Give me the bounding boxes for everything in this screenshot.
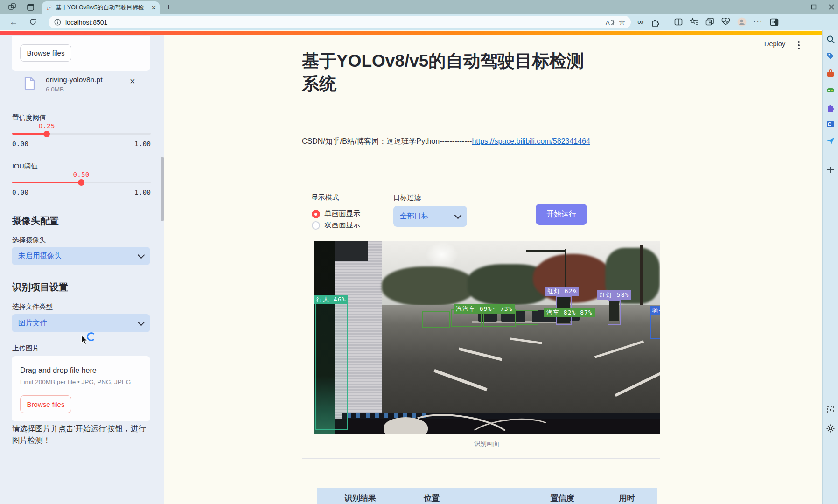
sidebar-note: 请选择图片并点击'开始运行'按钮，进行图片检测！ [12, 423, 152, 446]
detection-box-car [515, 310, 538, 325]
image-uploader-dropzone[interactable]: Drag and drop file here Limit 200MB per … [12, 356, 150, 421]
radio-dual-display[interactable]: 双画面显示 [312, 220, 361, 230]
tab-title: 基于YOLOv8/v5的自动驾驶目标检 [56, 4, 148, 12]
uploaded-file-size: 6.0MB [46, 86, 64, 93]
model-uploader-dropzone[interactable]: Browse files [12, 36, 150, 71]
detection-label: 骑手 [650, 306, 660, 315]
sidebar-toggle-icon[interactable] [770, 18, 779, 26]
maximize-button[interactable] [811, 4, 817, 10]
profile-avatar[interactable] [737, 17, 747, 27]
results-table-header: 识别结果 位置 置信度 用时 [317, 488, 657, 504]
sidebar-settings-icon[interactable] [826, 424, 835, 433]
refresh-icon[interactable] [29, 18, 37, 26]
site-info-icon[interactable] [54, 19, 61, 26]
detection-box-person [315, 303, 348, 430]
scene-tree-trunk [640, 245, 643, 305]
image-browse-files-button[interactable]: Browse files [20, 395, 71, 413]
confidence-slider-value: 0.25 [35, 122, 59, 130]
sidebar-outlook-icon[interactable] [826, 119, 835, 129]
sidebar-games-icon[interactable] [826, 85, 835, 95]
scene-smoke-plume [426, 242, 458, 267]
detection-label: 红灯 62% [545, 287, 579, 296]
back-icon[interactable]: ← [9, 17, 18, 27]
chevron-down-icon [138, 319, 145, 326]
detection-box-car [422, 311, 450, 328]
extensions-icon[interactable] [651, 18, 660, 27]
camera-select[interactable]: 未启用摄像头 [12, 247, 150, 265]
favorites-bar-icon[interactable] [690, 18, 698, 26]
browser-essentials-icon[interactable] [721, 18, 730, 26]
browser-titlebar: 基于YOLOv8/v5的自动驾驶目标检 × + [0, 0, 838, 14]
column-header-result: 识别结果 [344, 488, 376, 504]
divider [302, 458, 660, 459]
tab-close-icon[interactable]: × [152, 4, 156, 12]
confidence-slider-handle[interactable] [43, 131, 50, 137]
file-type-select[interactable]: 图片文件 [12, 314, 150, 332]
split-screen-icon[interactable] [674, 18, 683, 26]
iou-max: 1.00 [134, 189, 151, 196]
tab-favicon-rocket-icon [46, 5, 52, 11]
sidebar-scrollbar[interactable] [161, 157, 164, 221]
image-caption: 识别画面 [314, 440, 660, 448]
sidebar-add-icon[interactable] [826, 165, 835, 175]
toolbar-right-icons: ∞ ··· [637, 14, 779, 30]
iou-min: 0.00 [12, 189, 28, 196]
radio-single-display[interactable]: 单画面显示 [312, 209, 361, 219]
tab-actions-icon[interactable] [27, 3, 35, 11]
page-title-line1: 基于YOLOv8/v5的自动驾驶目标检测 [302, 49, 663, 72]
more-options-icon[interactable]: ··· [754, 17, 763, 27]
browser-tab[interactable]: 基于YOLOv8/v5的自动驾驶目标检 × [42, 1, 160, 14]
social-line: CSDN/知乎/B站/博客园：逗逗班学Python-------------ht… [302, 137, 590, 147]
page-title-line2: 系统 [302, 72, 663, 95]
run-button[interactable]: 开始运行 [536, 204, 587, 225]
column-header-position: 位置 [424, 488, 440, 504]
uploaded-file-name: driving-yolov8n.pt [46, 76, 102, 84]
detection-image: 行人 46% 红灯 62% 红灯 58% 汽汽车 69%· 73% 汽车 82%… [314, 241, 660, 434]
app-menu-icon[interactable] [798, 41, 800, 49]
target-filter-value: 全部目标 [400, 211, 429, 221]
svg-text:A: A [606, 19, 610, 26]
camera-select-label: 选择摄像头 [12, 236, 46, 245]
new-tab-button[interactable]: + [166, 2, 171, 11]
confidence-max: 1.00 [134, 140, 151, 147]
mouse-cursor [81, 335, 89, 345]
radio-unselected-icon [312, 221, 320, 230]
workspaces-icon[interactable] [8, 3, 16, 11]
bilibili-link[interactable]: https://space.bilibili.com/582341464 [472, 137, 590, 145]
collections-icon[interactable] [705, 18, 714, 26]
sidebar-copilot-icon[interactable] [826, 103, 835, 112]
url-text: localhost:8501 [65, 19, 601, 26]
iou-slider-handle[interactable] [78, 179, 84, 186]
social-text: CSDN/知乎/B站/博客园：逗逗班学Python------------- [302, 137, 472, 145]
sidebar-screenshot-icon[interactable] [826, 405, 835, 414]
radio-selected-icon [312, 210, 320, 218]
favorite-star-icon[interactable]: ☆ [619, 18, 625, 27]
close-window-button[interactable] [829, 4, 834, 10]
iou-slider-value: 0.50 [69, 171, 93, 178]
iou-slider-fill [12, 182, 81, 183]
minimize-button[interactable] [793, 4, 799, 10]
iou-slider-range: 0.00 1.00 [12, 189, 151, 196]
read-aloud-icon[interactable]: A [605, 19, 615, 26]
display-mode-label: 显示模式 [311, 193, 339, 202]
camera-select-value: 未启用摄像头 [18, 251, 62, 261]
divider [302, 178, 660, 178]
address-bar[interactable]: localhost:8501 A ☆ [49, 16, 631, 28]
target-filter-select[interactable]: 全部目标 [393, 206, 467, 227]
deploy-button[interactable]: Deploy [764, 40, 785, 48]
column-header-time: 用时 [619, 488, 635, 504]
sidebar-office-icon[interactable] [826, 69, 835, 78]
sidebar-send-icon[interactable] [826, 136, 835, 146]
detection-box-light [608, 300, 621, 325]
model-browse-files-button[interactable]: Browse files [20, 44, 71, 62]
toolbar-divider [667, 18, 667, 26]
detection-label: 汽汽车 69%· 73% [454, 304, 515, 314]
infinity-app-icon[interactable]: ∞ [637, 20, 644, 24]
chevron-down-icon [454, 212, 462, 219]
confidence-slider-label: 置信度阈值 [12, 113, 46, 122]
file-type-select-value: 图片文件 [18, 318, 47, 328]
scene-trees [382, 266, 475, 306]
remove-file-icon[interactable]: × [130, 77, 135, 86]
sidebar-search-icon[interactable] [826, 35, 835, 44]
sidebar-shopping-icon[interactable] [826, 51, 835, 61]
